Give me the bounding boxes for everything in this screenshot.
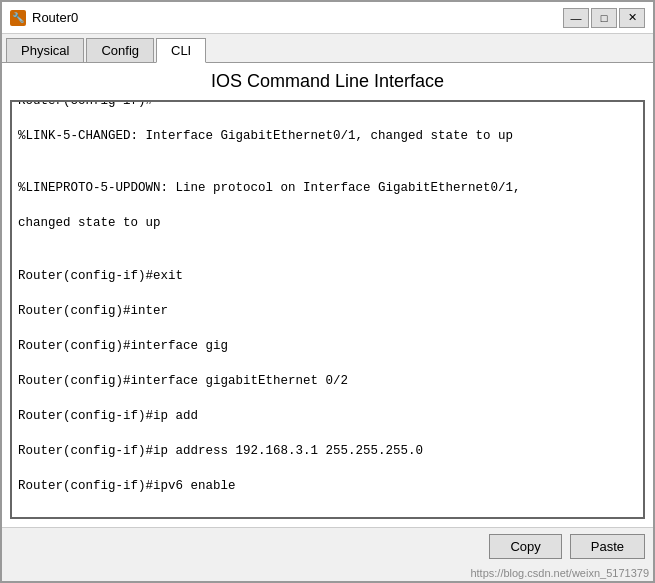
tab-physical[interactable]: Physical — [6, 38, 84, 62]
close-button[interactable]: ✕ — [619, 8, 645, 28]
window-title: Router0 — [32, 10, 78, 25]
title-bar-left: 🔧 Router0 — [10, 10, 78, 26]
terminal-wrapper: Router(config-if)#exit Router(config)#in… — [10, 100, 645, 519]
main-content: IOS Command Line Interface Router(config… — [2, 63, 653, 527]
title-bar: 🔧 Router0 — □ ✕ — [2, 2, 653, 34]
copy-button[interactable]: Copy — [489, 534, 561, 559]
window-controls: — □ ✕ — [563, 8, 645, 28]
paste-button[interactable]: Paste — [570, 534, 645, 559]
minimize-button[interactable]: — — [563, 8, 589, 28]
app-icon: 🔧 — [10, 10, 26, 26]
section-title: IOS Command Line Interface — [10, 71, 645, 92]
terminal-content[interactable]: Router(config-if)#exit Router(config)#in… — [12, 102, 643, 517]
watermark: https://blog.csdn.net/weixn_5171379 — [2, 565, 653, 581]
maximize-button[interactable]: □ — [591, 8, 617, 28]
bottom-bar: Copy Paste — [2, 527, 653, 565]
tab-cli[interactable]: CLI — [156, 38, 206, 63]
main-window: 🔧 Router0 — □ ✕ Physical Config CLI IOS … — [0, 0, 655, 583]
tab-config[interactable]: Config — [86, 38, 154, 62]
tab-bar: Physical Config CLI — [2, 34, 653, 63]
